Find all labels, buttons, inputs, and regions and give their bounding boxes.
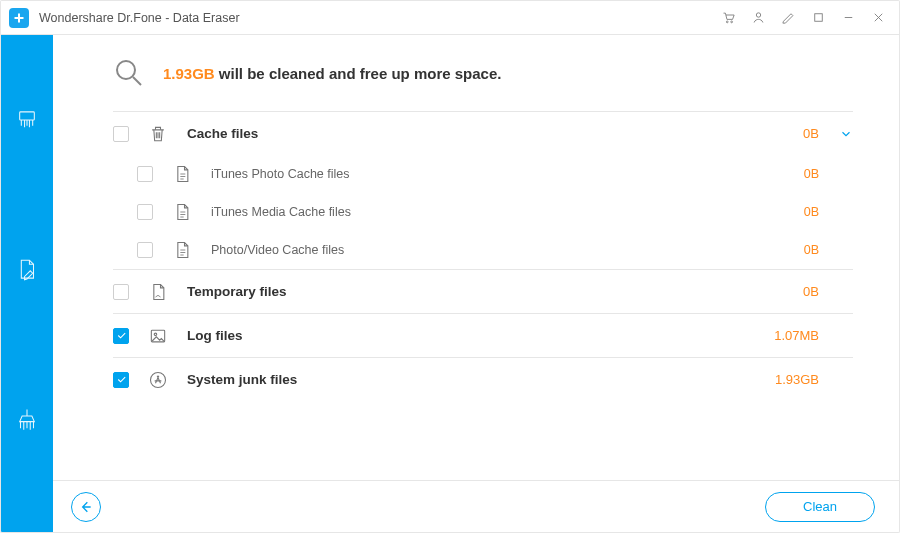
sub-item-checkbox[interactable]: [137, 204, 153, 220]
search-icon: [113, 57, 145, 89]
category-checkbox-log[interactable]: [113, 328, 129, 344]
sub-item-size: 0B: [804, 167, 819, 181]
category-row-log[interactable]: Log files1.07MB: [113, 313, 853, 357]
svg-point-2: [756, 13, 760, 17]
sidebar-item-shredder[interactable]: [12, 105, 42, 135]
main-panel: 1.93GB will be cleaned and free up more …: [53, 35, 899, 532]
category-row-temp[interactable]: Temporary files0B: [113, 269, 853, 313]
sidebar-item-edit-file[interactable]: [12, 255, 42, 285]
sub-item[interactable]: iTunes Media Cache files0B: [113, 193, 853, 231]
sub-item[interactable]: iTunes Photo Cache files0B: [113, 155, 853, 193]
sub-item-size: 0B: [804, 205, 819, 219]
account-icon[interactable]: [743, 4, 773, 32]
feedback-icon[interactable]: [773, 4, 803, 32]
app-logo: [9, 8, 29, 28]
sub-item[interactable]: Photo/Video Cache files0B: [113, 231, 853, 269]
svg-point-5: [117, 61, 135, 79]
clean-button-label: Clean: [803, 499, 837, 514]
summary-suffix: will be cleaned and free up more space.: [215, 65, 502, 82]
app-window: Wondershare Dr.Fone - Data Eraser: [0, 0, 900, 533]
category-label: Cache files: [187, 126, 258, 141]
category-size: 1.93GB: [775, 372, 819, 387]
category-list: Cache files0BiTunes Photo Cache files0Bi…: [113, 111, 853, 401]
doc-icon: [171, 163, 193, 185]
file-icon: [147, 281, 169, 303]
category-checkbox-temp[interactable]: [113, 284, 129, 300]
close-icon[interactable]: [863, 4, 893, 32]
svg-point-8: [151, 372, 166, 387]
category-row-sysjunk[interactable]: System junk files1.93GB: [113, 357, 853, 401]
summary-text: 1.93GB will be cleaned and free up more …: [163, 65, 501, 82]
chevron-down-icon[interactable]: [839, 127, 853, 141]
sub-item-checkbox[interactable]: [137, 166, 153, 182]
category-label: Temporary files: [187, 284, 287, 299]
category-checkbox-cache[interactable]: [113, 126, 129, 142]
summary-size: 1.93GB: [163, 65, 215, 82]
category-size: 0B: [803, 126, 819, 141]
minimize-icon[interactable]: [833, 4, 863, 32]
cart-icon[interactable]: [713, 4, 743, 32]
title-bar: Wondershare Dr.Fone - Data Eraser: [1, 1, 899, 35]
clean-button[interactable]: Clean: [765, 492, 875, 522]
appstore-icon: [147, 369, 169, 391]
category-label: Log files: [187, 328, 243, 343]
category-size: 1.07MB: [774, 328, 819, 343]
trash-icon: [147, 123, 169, 145]
image-icon: [147, 325, 169, 347]
doc-icon: [171, 239, 193, 261]
maximize-icon[interactable]: [803, 4, 833, 32]
footer-bar: Clean: [53, 480, 899, 532]
sub-item-label: iTunes Media Cache files: [211, 205, 351, 219]
doc-icon: [171, 201, 193, 223]
svg-rect-4: [20, 112, 35, 120]
window-title: Wondershare Dr.Fone - Data Eraser: [39, 11, 240, 25]
svg-rect-3: [814, 14, 822, 22]
content-area: 1.93GB will be cleaned and free up more …: [53, 35, 899, 480]
category-label: System junk files: [187, 372, 297, 387]
scan-summary: 1.93GB will be cleaned and free up more …: [113, 57, 853, 89]
sub-item-checkbox[interactable]: [137, 242, 153, 258]
sidebar-item-clean[interactable]: [12, 405, 42, 435]
svg-point-7: [154, 333, 157, 336]
sub-item-label: Photo/Video Cache files: [211, 243, 344, 257]
category-size: 0B: [803, 284, 819, 299]
category-row-cache[interactable]: Cache files0B: [113, 111, 853, 155]
back-button[interactable]: [71, 492, 101, 522]
sub-item-label: iTunes Photo Cache files: [211, 167, 350, 181]
svg-point-1: [730, 21, 732, 23]
svg-point-0: [726, 21, 728, 23]
sub-item-size: 0B: [804, 243, 819, 257]
sidebar: [1, 35, 53, 532]
category-checkbox-sysjunk[interactable]: [113, 372, 129, 388]
